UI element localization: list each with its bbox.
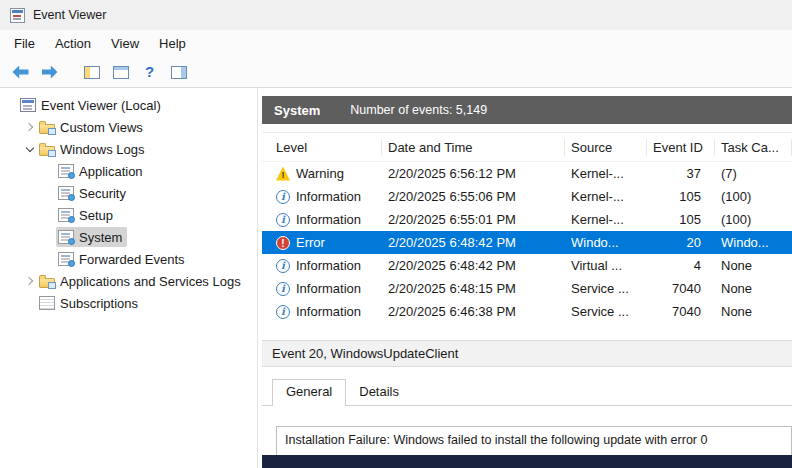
column-header[interactable]: Level	[270, 139, 382, 156]
menu-item[interactable]: Action	[45, 32, 101, 55]
tree-item-content: Setup	[56, 205, 118, 225]
tree-item[interactable]: Subscriptions	[0, 292, 257, 314]
datetime-cell: 2/20/2025 6:48:42 PM	[382, 235, 565, 250]
source-cell: Service ...	[565, 281, 647, 296]
datetime-cell: 2/20/2025 6:55:01 PM	[382, 212, 565, 227]
task-category-cell: None	[715, 304, 792, 319]
tree-item[interactable]: Custom Views	[0, 116, 257, 138]
information-icon	[276, 190, 290, 204]
tree-item-label: Applications and Services Logs	[60, 274, 241, 289]
source-cell: Kernel-...	[565, 189, 647, 204]
event-viewer-app-icon	[10, 8, 25, 23]
tree-item[interactable]: Application	[0, 160, 257, 182]
expander-icon[interactable]	[42, 160, 56, 182]
column-header[interactable]: Task Ca...	[715, 139, 792, 156]
datetime-cell: 2/20/2025 6:48:42 PM	[382, 258, 565, 273]
event-description-box: Installation Failure: Windows failed to …	[276, 426, 792, 456]
event-id-cell: 20	[647, 235, 715, 250]
tree-item[interactable]: Applications and Services Logs	[0, 270, 257, 292]
tree-item-label: Forwarded Events	[79, 252, 185, 267]
chevron-collapsed-icon[interactable]	[23, 270, 37, 292]
toolbar-button[interactable]	[165, 60, 192, 85]
menubar: File Action View Help	[0, 30, 792, 57]
expander-icon[interactable]	[23, 292, 37, 314]
datetime-cell: 2/20/2025 6:56:12 PM	[382, 166, 565, 181]
toolbar	[0, 57, 792, 88]
tree-item-content: Security	[56, 183, 131, 203]
tree-item-content: Application	[56, 161, 148, 181]
toolbar-button[interactable]	[107, 60, 134, 85]
task-category-cell: Windo...	[715, 235, 792, 250]
chevron-collapsed-icon[interactable]	[23, 116, 37, 138]
toolbar-button[interactable]	[136, 60, 163, 85]
tree-item[interactable]: Event Viewer (Local)	[0, 94, 257, 116]
event-summary-bar: Event 20, WindowsUpdateClient	[262, 340, 792, 367]
tree-item-content: Windows Logs	[37, 139, 150, 159]
tab[interactable]: Details	[346, 380, 412, 405]
tree-item[interactable]: Windows Logs	[0, 138, 257, 160]
level-label: Error	[296, 235, 325, 250]
source-cell: Service ...	[565, 304, 647, 319]
chevron-expanded-icon[interactable]	[23, 138, 37, 160]
level-cell: Information	[270, 189, 382, 204]
event-row[interactable]: Information 2/20/2025 6:55:01 PM Kernel-…	[262, 208, 792, 231]
tree-item[interactable]: System	[0, 226, 257, 248]
help-icon	[145, 64, 154, 80]
tree-item[interactable]: Forwarded Events	[0, 248, 257, 270]
expander-icon[interactable]	[42, 248, 56, 270]
tree-item-content: System	[56, 227, 127, 247]
column-header[interactable]: Source	[565, 139, 647, 156]
main-area: Event Viewer (Local) Custom Views	[0, 88, 792, 468]
source-cell: Kernel-...	[565, 166, 647, 181]
level-label: Warning	[296, 166, 344, 181]
preview-pane: Event 20, WindowsUpdateClient General De…	[262, 340, 792, 456]
level-cell: Information	[270, 212, 382, 227]
task-category-cell: (100)	[715, 212, 792, 227]
event-row[interactable]: Information 2/20/2025 6:48:42 PM Virtual…	[262, 254, 792, 277]
toolbar-button[interactable]	[78, 60, 105, 85]
tree-item[interactable]: Setup	[0, 204, 257, 226]
event-row[interactable]: Information 2/20/2025 6:48:15 PM Service…	[262, 277, 792, 300]
level-cell: Information	[270, 304, 382, 319]
expander-icon[interactable]	[42, 204, 56, 226]
information-icon	[276, 282, 290, 296]
toolbar-button[interactable]	[7, 60, 34, 85]
column-header[interactable]: Event ID	[647, 139, 715, 156]
task-category-cell: (100)	[715, 189, 792, 204]
level-cell: Information	[270, 258, 382, 273]
tree-item-label: System	[79, 230, 122, 245]
expander-icon[interactable]	[4, 94, 18, 116]
tree-item-content: Custom Views	[37, 117, 148, 137]
detail-tabs: General Details	[262, 379, 792, 406]
action-pane-icon	[171, 66, 187, 79]
event-viewer-window: Event Viewer File Action View Help	[0, 0, 792, 468]
menu-item[interactable]: Help	[149, 32, 196, 55]
level-cell: Information	[270, 281, 382, 296]
event-id-cell: 4	[647, 258, 715, 273]
expander-icon[interactable]	[42, 226, 56, 248]
expander-icon[interactable]	[42, 182, 56, 204]
source-cell: Windo...	[565, 235, 647, 250]
event-row[interactable]: Warning 2/20/2025 6:56:12 PM Kernel-... …	[262, 162, 792, 185]
level-label: Information	[296, 281, 361, 296]
level-label: Information	[296, 304, 361, 319]
column-header[interactable]: Date and Time	[382, 139, 565, 156]
event-viewer-icon	[20, 98, 36, 112]
event-row[interactable]: Information 2/20/2025 6:46:38 PM Service…	[262, 300, 792, 323]
event-row[interactable]: Information 2/20/2025 6:55:06 PM Kernel-…	[262, 185, 792, 208]
folder-icon	[39, 124, 55, 134]
tree-item[interactable]: Security	[0, 182, 257, 204]
tree-item-label: Custom Views	[60, 120, 143, 135]
window-title: Event Viewer	[33, 8, 106, 22]
tree-item-label: Windows Logs	[60, 142, 145, 157]
tab[interactable]: General	[272, 379, 346, 406]
menu-item[interactable]: View	[101, 32, 149, 55]
log-name: System	[274, 103, 320, 118]
toolbar-button[interactable]	[36, 60, 63, 85]
level-label: Information	[296, 212, 361, 227]
menu-item[interactable]: File	[4, 32, 45, 55]
event-log-icon	[58, 252, 74, 266]
event-row[interactable]: Error 2/20/2025 6:48:42 PM Windo... 20 W…	[262, 231, 792, 254]
console-tree: Event Viewer (Local) Custom Views	[0, 88, 258, 468]
event-id-cell: 105	[647, 189, 715, 204]
